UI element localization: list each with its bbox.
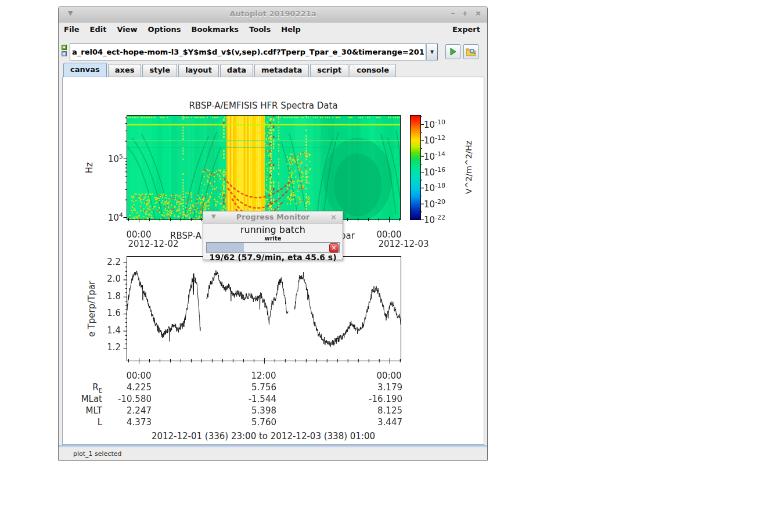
plot2-xtick-0: 00:00 <box>121 371 156 381</box>
dialog-close-icon[interactable]: × <box>330 213 337 221</box>
window-titlebar[interactable]: ▼ Autoplot 20190221a – + × <box>59 6 487 23</box>
progress-status-label: 19/62 (57.9/min, eta 45.6 s) <box>203 253 343 262</box>
cbar-tick-3: 10-16 <box>424 166 445 178</box>
table-value-3-0: 4.373 <box>99 417 152 427</box>
menu-item-view[interactable]: View <box>111 24 142 35</box>
toolbar: ▼ <box>59 35 487 64</box>
cbar-tick-4: 10-18 <box>424 182 445 193</box>
plot2-ytick-3: 1.6 <box>96 308 121 318</box>
datasource-blue-icon <box>62 51 67 56</box>
tab-metadata[interactable]: metadata <box>254 64 309 77</box>
table-value-2-1: 5.398 <box>224 405 276 416</box>
uri-status-icons <box>62 45 68 56</box>
plot2-ylabel: e Tperp/Tpar <box>87 274 97 344</box>
menu-item-bookmarks[interactable]: Bookmarks <box>186 24 244 35</box>
table-value-0-0: 4.225 <box>99 382 152 393</box>
timerange-footer: 2012-12-01 (336) 23:00 to 2012-12-03 (33… <box>127 431 400 441</box>
autoplot-window: ▼ Autoplot 20190221a – + × FileEditViewO… <box>58 6 488 461</box>
plot2-ytick-2: 1.8 <box>96 291 121 301</box>
datasource-green-icon <box>62 45 67 50</box>
menu-item-help[interactable]: Help <box>276 24 305 35</box>
tab-layout[interactable]: layout <box>178 64 219 77</box>
progress-stop-button[interactable]: × <box>329 243 339 253</box>
progress-bar: × <box>206 242 340 253</box>
progress-monitor-dialog: ▼ Progress Monitor × running batch write… <box>203 211 343 260</box>
progress-task-label: running batch <box>203 224 343 235</box>
table-value-2-2: 8.125 <box>350 405 402 416</box>
colorbar-label: V^2/m^2/Hz <box>464 132 473 202</box>
table-row-label-2: MLT <box>63 405 102 416</box>
ytick-1e4: 104 <box>93 211 123 223</box>
window-title: Autoplot 20190221a <box>59 9 487 18</box>
maximize-button[interactable]: + <box>462 9 468 17</box>
dialog-title: Progress Monitor <box>203 213 343 221</box>
plot2-ytick-1: 2.0 <box>96 274 121 284</box>
plot-canvas-area[interactable]: RBSP-A/EMFISIS HFR Spectra Data Hz V^2/m… <box>62 77 484 445</box>
plot2-ytick-0: 2.2 <box>96 257 121 267</box>
table-row-label-1: MLat <box>63 394 102 404</box>
tab-bar: canvasaxesstylelayoutdatametadatascriptc… <box>59 64 487 77</box>
tab-canvas[interactable]: canvas <box>63 63 107 77</box>
table-value-2-0: 2.247 <box>99 405 152 416</box>
cbar-tick-6: 10-22 <box>424 214 445 225</box>
progress-dialog-titlebar[interactable]: ▼ Progress Monitor × <box>203 211 343 224</box>
plot2-ytick-5: 1.2 <box>96 342 121 353</box>
statusbar-divider <box>59 445 487 448</box>
cbar-tick-5: 10-20 <box>424 198 445 210</box>
progress-bar-fill <box>207 243 244 252</box>
table-value-3-1: 5.760 <box>224 417 276 427</box>
plot2-xtick-1: 12:00 <box>246 371 281 381</box>
cbar-tick-0: 10-10 <box>424 118 445 130</box>
close-button[interactable]: × <box>475 9 481 17</box>
cbar-tick-1: 10-12 <box>424 134 445 146</box>
table-value-1-1: -1.544 <box>224 394 276 404</box>
plot2-xtick-2: 00:00 <box>372 371 406 381</box>
table-value-3-2: 3.447 <box>350 417 402 427</box>
play-icon <box>448 47 458 56</box>
menu-item-edit[interactable]: Edit <box>85 24 112 35</box>
folder-search-icon <box>466 47 476 56</box>
menu-item-options[interactable]: Options <box>143 24 186 35</box>
table-value-1-2: -16.190 <box>350 394 402 404</box>
minimize-button[interactable]: – <box>451 9 455 17</box>
ytick-1e5: 105 <box>93 153 123 164</box>
expert-toggle[interactable]: Expert <box>445 24 487 35</box>
menu-bar: FileEditViewOptionsBookmarksToolsHelpExp… <box>59 23 487 36</box>
plot1-xdate-0: 2012-12-02 <box>127 239 179 249</box>
go-plot-button[interactable] <box>445 44 460 59</box>
uri-dropdown-button[interactable]: ▼ <box>426 44 438 60</box>
plot2-ytick-4: 1.4 <box>96 325 121 336</box>
menu-item-tools[interactable]: Tools <box>244 24 276 35</box>
tab-script[interactable]: script <box>310 64 348 77</box>
table-value-1-0: -10.580 <box>99 394 152 404</box>
cbar-tick-2: 10-14 <box>424 150 445 162</box>
uri-input[interactable] <box>70 44 426 60</box>
menu-item-file[interactable]: File <box>59 24 85 35</box>
tab-console[interactable]: console <box>350 64 396 77</box>
status-text: plot_1 selected <box>73 450 122 458</box>
table-value-0-1: 5.756 <box>224 382 276 393</box>
line-plot[interactable] <box>121 250 407 373</box>
table-value-0-2: 3.179 <box>350 382 402 393</box>
table-row-label-0: RE <box>63 382 102 394</box>
open-file-button[interactable] <box>463 44 478 59</box>
plot1-xdate-1: 2012-12-03 <box>377 239 430 249</box>
screen: { "window": { "title": "Autoplot 2019022… <box>0 0 781 532</box>
table-row-label-3: L <box>63 417 102 427</box>
status-bar: plot_1 selected <box>59 445 487 460</box>
tab-style[interactable]: style <box>142 64 177 77</box>
tab-axes[interactable]: axes <box>108 64 142 77</box>
tab-data[interactable]: data <box>220 64 253 77</box>
